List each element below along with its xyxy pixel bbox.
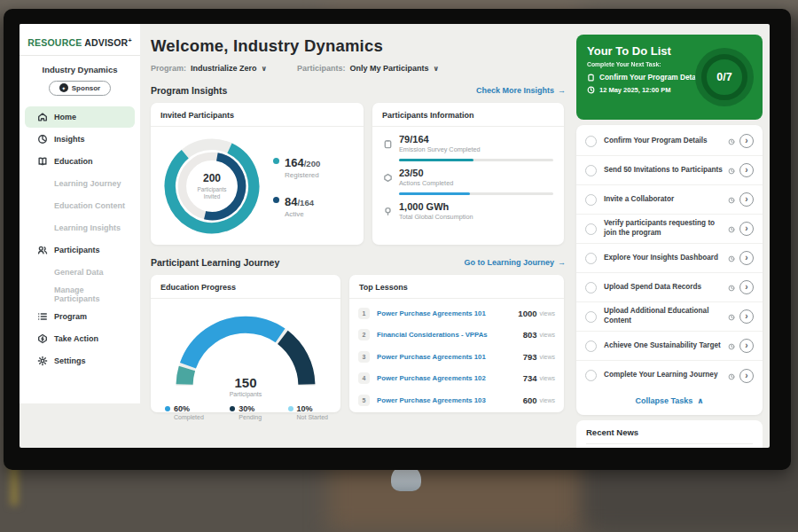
page-title: Welcome, Industry Dynamics: [151, 36, 566, 56]
recent-news-card: Recent News: [576, 420, 763, 448]
participants-select[interactable]: Participants: Only My Participants ∨: [297, 64, 439, 73]
task-row[interactable]: Explore Your Insights Dashboard ›: [576, 244, 763, 273]
sidebar-item-learning-insights[interactable]: Learning Insights: [25, 217, 135, 239]
top-lessons-card: Top Lessons 1 Power Purchase Agreements …: [349, 275, 564, 412]
action-icon: [383, 170, 393, 186]
legend-pending: 30% Pending: [230, 404, 262, 420]
sidebar: RESOURCE ADVISOR+ Industry Dynamics ✦ Sp…: [20, 24, 140, 403]
task-open-button[interactable]: ›: [739, 163, 754, 177]
todo-progress-ring: 0/7: [695, 48, 754, 106]
sidebar-item-general-data[interactable]: General Data: [25, 262, 135, 283]
chevron-down-icon: ∨: [434, 65, 440, 73]
task-row[interactable]: Confirm Your Program Details ›: [576, 127, 763, 156]
task-list-card: Confirm Your Program Details › Send 50 I…: [576, 125, 763, 415]
sidebar-item-program[interactable]: Program: [25, 306, 135, 327]
clock-icon: [728, 162, 735, 178]
task-row[interactable]: Upload Additional Educational Content ›: [576, 302, 763, 332]
sponsor-label: Sponsor: [72, 84, 100, 92]
task-open-button[interactable]: ›: [739, 222, 754, 236]
task-row[interactable]: Verify participants requesting to join t…: [576, 215, 763, 244]
collapse-tasks-link[interactable]: Collapse Tasks ∧: [576, 390, 763, 411]
task-checkbox[interactable]: [585, 370, 597, 381]
lesson-row[interactable]: 1 Power Purchase Agreements 101 1000 vie…: [358, 302, 555, 325]
lesson-row[interactable]: 3 Power Purchase Agreements 101 793 view…: [358, 346, 555, 368]
take-action-icon: [37, 333, 48, 344]
monitor-bezel: RESOURCE ADVISOR+ Industry Dynamics ✦ Sp…: [4, 9, 791, 470]
task-checkbox[interactable]: [585, 194, 597, 206]
task-checkbox[interactable]: [585, 340, 597, 352]
todo-panel: Your To Do List Complete Your Next Task:…: [576, 35, 763, 448]
sponsor-badge[interactable]: ✦ Sponsor: [49, 81, 111, 96]
home-icon: [37, 112, 48, 122]
clipboard-icon: [587, 74, 595, 82]
learning-journey-header: Participant Learning Journey Go to Learn…: [151, 257, 566, 268]
sidebar-item-insights[interactable]: Insights: [25, 129, 135, 150]
clock-icon: [728, 250, 735, 266]
chevron-up-icon: ∧: [697, 396, 703, 405]
sidebar-item-education[interactable]: Education: [25, 151, 135, 172]
task-row[interactable]: Send 50 Invitations to Participants ›: [576, 156, 763, 185]
section-title: Participant Learning Journey: [151, 257, 279, 268]
sidebar-nav: Home Insights Education Learning Journey…: [20, 106, 140, 372]
task-checkbox[interactable]: [585, 223, 597, 235]
filter-bar: Program: Industrialize Zero ∨ Participan…: [151, 64, 566, 73]
main-content: Welcome, Industry Dynamics Program: Indu…: [140, 24, 576, 448]
program-select[interactable]: Program: Industrialize Zero ∨: [151, 64, 267, 73]
sidebar-item-learning-journey[interactable]: Learning Journey: [25, 173, 135, 194]
clock-icon: [728, 221, 735, 237]
lesson-row[interactable]: 5 Power Purchase Agreements 103 600 view…: [358, 389, 555, 411]
list-icon: [37, 311, 48, 322]
gear-icon: [37, 356, 48, 366]
app-logo: RESOURCE ADVISOR+: [20, 33, 140, 55]
task-row[interactable]: Complete Your Learning Journey ›: [576, 361, 763, 390]
todo-hero-card: Your To Do List Complete Your Next Task:…: [576, 35, 763, 120]
task-checkbox[interactable]: [585, 311, 597, 323]
sidebar-item-participants[interactable]: Participants: [25, 239, 135, 261]
task-checkbox[interactable]: [585, 165, 597, 176]
legend-dot: [230, 406, 235, 411]
org-name: Industry Dynamics: [20, 65, 140, 74]
sidebar-item-home[interactable]: Home: [25, 106, 135, 128]
emission-survey-row: 79/164 Emission Survey Completed: [383, 134, 553, 161]
arrow-right-icon: →: [558, 86, 566, 95]
task-open-button[interactable]: ›: [739, 309, 754, 324]
consumption-row: 1,000 GWh Total Global Consumption: [383, 201, 553, 221]
task-checkbox[interactable]: [585, 253, 597, 264]
sponsor-icon: ✦: [59, 83, 68, 92]
program-insights-header: Program Insights Check More Insights →: [151, 85, 566, 96]
clock-icon: [728, 338, 735, 354]
legend-completed: 60% Completed: [165, 404, 204, 420]
go-to-learning-journey-link[interactable]: Go to Learning Journey →: [464, 258, 566, 267]
task-row[interactable]: Invite a Collaborator ›: [576, 185, 763, 215]
sidebar-item-settings[interactable]: Settings: [25, 350, 135, 372]
check-more-insights-link[interactable]: Check More Insights →: [476, 86, 566, 95]
legend-dot: [165, 406, 170, 411]
task-open-button[interactable]: ›: [739, 251, 754, 265]
book-icon: [37, 156, 48, 167]
clock-icon: [728, 309, 735, 325]
sidebar-item-education-content[interactable]: Education Content: [25, 195, 135, 216]
dashboard-screen: RESOURCE ADVISOR+ Industry Dynamics ✦ Sp…: [20, 24, 770, 448]
todo-progress-value: 0/7: [716, 71, 732, 83]
task-row[interactable]: Upload Spend Data Records ›: [576, 273, 763, 302]
task-checkbox[interactable]: [585, 136, 597, 147]
sidebar-item-take-action[interactable]: Take Action: [25, 328, 135, 349]
participants-information-card: Participants Information 79/164 Emission…: [372, 103, 564, 245]
clipboard-icon: [383, 137, 393, 153]
clock-icon: [728, 279, 735, 295]
task-open-button[interactable]: ›: [739, 134, 754, 148]
sidebar-item-manage-participants[interactable]: Manage Participants: [25, 284, 135, 305]
task-open-button[interactable]: ›: [739, 280, 754, 294]
task-row[interactable]: Achieve One Sustainability Target ›: [576, 332, 763, 361]
task-checkbox[interactable]: [585, 282, 597, 293]
actions-progress-bar: [399, 192, 553, 195]
lesson-row[interactable]: 4 Power Purchase Agreements 102 734 view…: [358, 368, 555, 390]
task-open-button[interactable]: ›: [739, 192, 754, 207]
participants-icon: [37, 245, 48, 255]
task-open-button[interactable]: ›: [739, 369, 754, 383]
task-open-button[interactable]: ›: [739, 339, 754, 353]
lesson-row[interactable]: 2 Financial Considerations - VPPAs 803 v…: [358, 325, 555, 347]
invited-participants-card: Invited Participants 200 Participants: [151, 103, 364, 245]
gauge-center-label: 150 Participants: [168, 375, 324, 397]
clock-icon: [728, 133, 735, 149]
